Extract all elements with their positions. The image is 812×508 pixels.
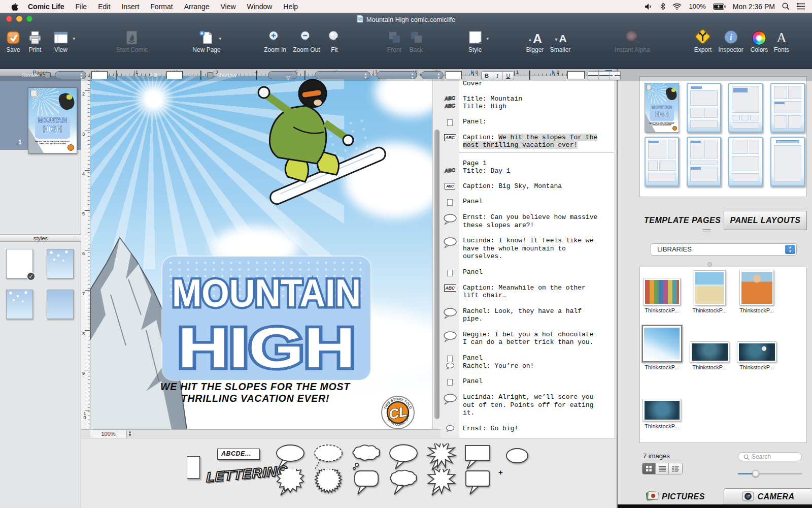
balloon-tool-rounded-square[interactable]	[351, 469, 382, 496]
toolbar-zoom-in-button[interactable]: Zoom In	[264, 28, 286, 53]
stroke-checkbox[interactable]	[45, 72, 51, 78]
toolbar-colors-button[interactable]: Colors	[751, 28, 768, 53]
italic-button[interactable]: I	[492, 72, 503, 80]
stroke-width-popup[interactable]: ▲▼	[55, 71, 86, 79]
template-thumbnail-8[interactable]	[770, 137, 805, 186]
page-selection-row[interactable]: MOUNTAIN HIGH WE HIT THE SLOPES FOR THE …	[0, 76, 81, 150]
script-block[interactable]: ABCCaption: We hit the slopes for the mo…	[441, 134, 614, 149]
toolbar-style-button[interactable]: ▾Style	[467, 28, 483, 53]
bluetooth-icon[interactable]	[660, 3, 665, 10]
toolbar-fit-button[interactable]: Fit	[327, 28, 342, 53]
font-style-popup[interactable]: ▲▼	[421, 71, 444, 79]
script-block[interactable]: ABCCaption: Big Sky, Montana	[441, 182, 614, 190]
script-block[interactable]: Panel	[441, 198, 614, 206]
balloon-tool-cloud-jagged[interactable]	[275, 469, 306, 496]
script-block[interactable]: ABCCaption: Meanwhile on the other lift …	[441, 284, 614, 300]
font-size-popup[interactable]: ▲▼	[377, 71, 417, 79]
page-thumbnail[interactable]: MOUNTAIN HIGH WE HIT THE SLOPES FOR THE …	[28, 87, 77, 153]
style-swatch-white[interactable]: ✓	[6, 249, 33, 278]
menu-help[interactable]: Help	[278, 3, 303, 11]
tab-template-pages[interactable]: TEMPLATE PAGES	[644, 216, 721, 225]
library-splitter-dot[interactable]	[707, 262, 712, 267]
template-thumbnail-7[interactable]	[728, 137, 763, 186]
balloon-tool-speech-square[interactable]	[462, 443, 493, 471]
balloon-tool-speech-square-2[interactable]	[462, 469, 493, 496]
background-color-well[interactable]	[567, 71, 585, 79]
libraries-dropdown[interactable]: LIBRARIES ▲▼	[651, 243, 797, 256]
text-color-well[interactable]	[446, 71, 462, 79]
toolbar-view-button[interactable]: ▾View	[53, 28, 69, 53]
detail-view-button[interactable]	[669, 463, 682, 474]
toolbar-bigger-button[interactable]: ▲ABigger	[526, 28, 544, 53]
cover-tagline[interactable]: WE HIT THE SLOPES FOR THE MOSTTHRILLING …	[139, 381, 372, 404]
toolbar-smaller-button[interactable]: ▼ASmaller	[550, 28, 571, 53]
menu-edit[interactable]: Edit	[92, 3, 116, 11]
underline-button[interactable]: U	[503, 72, 514, 80]
script-block[interactable]: Panel	[441, 268, 614, 276]
scrollbar-thumb[interactable]	[434, 130, 439, 419]
menu-window[interactable]: Window	[242, 3, 278, 11]
cover-title-logo[interactable]: MOUNTAIN HIGH	[162, 257, 370, 380]
library-search-input[interactable]: Search	[738, 452, 802, 461]
script-block[interactable]: Reggie: I bet you a hot chocolate I can …	[441, 331, 614, 346]
balloon-tool-burst[interactable]	[426, 443, 457, 471]
text-box-tool[interactable]: ABCDE...	[217, 449, 260, 460]
menu-insert[interactable]: Insert	[116, 3, 145, 11]
library-image-5[interactable]	[690, 341, 729, 362]
toolbar-print-button[interactable]: Print	[27, 28, 43, 53]
menu-clock[interactable]: Mon 2:36 PM	[733, 3, 775, 11]
styles-panel-header[interactable]: styles	[0, 234, 81, 242]
template-thumbnail-4[interactable]	[770, 83, 805, 133]
script-block[interactable]: Lucinda: I know! It feels like we have t…	[441, 237, 614, 261]
script-block[interactable]: Ernst: Can you believe how massive these…	[441, 213, 614, 229]
font-family-popup[interactable]: ▲▼	[315, 71, 370, 79]
tab-pictures[interactable]: PICTURES	[646, 490, 705, 503]
toolbar-inspector-button[interactable]: iInspector	[718, 28, 743, 53]
library-image-2[interactable]	[694, 270, 726, 305]
tab-panel-layouts[interactable]: PANEL LAYOUTS	[724, 211, 807, 230]
apple-menu-icon[interactable]	[7, 3, 22, 11]
toolbar-zoom-out-button[interactable]: Zoom Out	[293, 28, 320, 53]
style-swatch-snow-light[interactable]	[6, 290, 33, 319]
balloon-tool-bumpy-oval[interactable]	[388, 469, 419, 496]
template-thumbnail-3[interactable]	[728, 83, 763, 133]
script-block[interactable]: Lucinda: Alright, we’ll score you out of…	[441, 393, 614, 417]
template-thumbnail-6[interactable]	[687, 137, 721, 186]
template-thumbnail-5[interactable]	[645, 137, 679, 186]
align-center-button[interactable]	[599, 72, 610, 80]
vertical-ruler[interactable]: 2345678910	[81, 76, 90, 429]
grid-view-button[interactable]	[642, 463, 656, 474]
script-block[interactable]: Panel	[441, 377, 614, 386]
script-block[interactable]: Rachel: You’re on!	[441, 362, 614, 370]
slider-thumb[interactable]	[752, 470, 759, 477]
align-right-button[interactable]	[610, 72, 620, 80]
comic-page-canvas[interactable]: MOUNTAIN HIGH WE HIT THE SLOPES FOR THE …	[90, 76, 432, 429]
script-block[interactable]: Rachel: Look, they have a half pipe.	[441, 307, 614, 323]
panel-splitter-handle[interactable]	[703, 229, 711, 232]
menu-app-name[interactable]: Comic Life	[22, 3, 70, 11]
toolbar-export-button[interactable]: Export	[694, 28, 712, 53]
tab-camera[interactable]: CAMERA	[724, 488, 812, 504]
notification-center-icon[interactable]	[797, 3, 805, 10]
template-thumbnail-1[interactable]: MOUNTAIN HIGH WE HIT THE SLOPES FOR THE …	[645, 83, 679, 133]
script-block[interactable]: Ernst: Go big!	[441, 425, 614, 433]
canvas-vertical-scrollbar[interactable]	[432, 76, 441, 429]
style-swatch-snow[interactable]	[47, 249, 74, 278]
style-swatch-blue[interactable]	[47, 290, 74, 319]
library-image-4[interactable]	[642, 325, 682, 362]
toolbar-fonts-button[interactable]: AFonts	[774, 28, 789, 53]
shape-popup[interactable]	[268, 71, 297, 79]
template-thumbnail-2[interactable]	[687, 83, 721, 133]
balloon-tool-burst-2[interactable]	[426, 469, 457, 496]
toolbar-save-button[interactable]: Save	[6, 28, 21, 53]
balloon-tool-speech-oval-small[interactable]	[498, 443, 529, 471]
shadow-checkbox[interactable]	[207, 72, 213, 78]
menu-view[interactable]: View	[215, 3, 241, 11]
list-view-button[interactable]	[656, 463, 669, 474]
menu-arrange[interactable]: Arrange	[179, 3, 215, 11]
library-image-3[interactable]	[739, 270, 774, 305]
balloon-tool-speech-oval-2[interactable]	[388, 443, 419, 471]
script-block[interactable]: ABCTitle: Day 1	[441, 167, 614, 175]
fill-color-well[interactable]	[166, 71, 183, 79]
zoom-stepper[interactable]: ▲▼	[128, 431, 132, 437]
